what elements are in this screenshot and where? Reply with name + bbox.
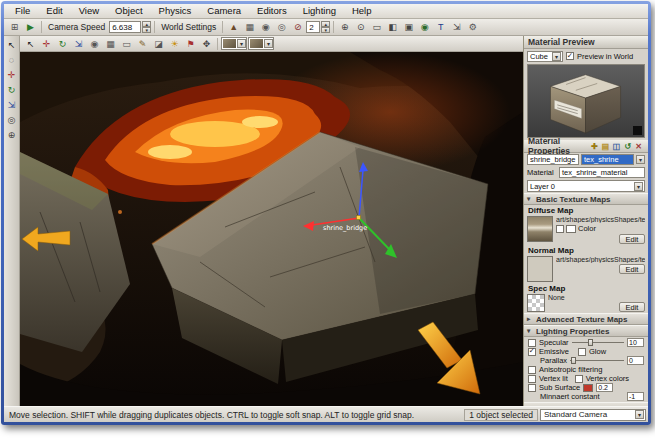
chevron-down-icon[interactable] [635, 410, 644, 419]
minnaert-value-field[interactable]: -1 [627, 392, 644, 401]
zoom-icon[interactable]: ⊕ [5, 128, 19, 142]
gizmo-center-handle[interactable] [357, 216, 361, 220]
material-name-field[interactable]: shrine_bridge [527, 154, 579, 165]
menu-item[interactable]: Lighting [295, 4, 344, 18]
play-icon[interactable]: ▶ [23, 20, 38, 34]
menu-item[interactable]: Edit [38, 4, 70, 18]
bounding-box-icon[interactable]: ▭ [369, 20, 384, 34]
snap-grid-icon[interactable]: ▦ [242, 20, 257, 34]
lasso-icon[interactable]: ◌ [5, 53, 19, 67]
vertex-colors-checkbox[interactable] [575, 375, 583, 383]
rollout-lighting-properties[interactable]: Lighting Properties [524, 325, 648, 337]
glow-checkbox[interactable] [578, 348, 586, 356]
snap-object-icon[interactable]: ◉ [258, 20, 273, 34]
material-preview-canvas[interactable] [527, 64, 645, 138]
camera-select-value: Standard Camera [544, 410, 607, 419]
diffuse-thumbnail[interactable] [527, 216, 553, 242]
reload-material-icon[interactable]: ↺ [622, 141, 633, 152]
anisotropic-checkbox[interactable] [528, 366, 536, 374]
preview-in-world-checkbox[interactable] [566, 52, 574, 60]
paint-tool-icon[interactable]: ✎ [135, 37, 150, 51]
arrow-select-icon[interactable]: ↖ [5, 38, 19, 52]
scale-icon[interactable]: ⇲ [5, 98, 19, 112]
snap-none-icon[interactable]: ⊘ [290, 20, 305, 34]
camera-view-icon[interactable]: ▣ [401, 20, 416, 34]
save-material-icon[interactable]: ◫ [611, 141, 622, 152]
sub-surface-value-field[interactable]: 0.2 [596, 383, 613, 392]
vertex-lit-checkbox[interactable] [528, 375, 536, 383]
diffuse-edit-button[interactable]: Edit [619, 234, 645, 244]
grid-tool-icon[interactable]: ▦ [103, 37, 118, 51]
camera-speed-spinner[interactable] [142, 21, 151, 33]
specular-slider[interactable] [572, 338, 624, 347]
orbit-camera-icon[interactable]: ◎ [5, 113, 19, 127]
normal-thumbnail[interactable] [527, 256, 553, 282]
sub-surface-checkbox[interactable] [528, 384, 536, 392]
open-material-icon[interactable]: ▤ [600, 141, 611, 152]
world-settings-button[interactable]: World Settings [161, 22, 216, 32]
chevron-down-icon[interactable] [634, 182, 643, 191]
move-tool-icon[interactable]: ✛ [39, 37, 54, 51]
spec-thumbnail[interactable] [527, 294, 545, 312]
chevron-down-icon[interactable] [636, 155, 645, 164]
specular-value-field[interactable]: 10 [627, 338, 644, 347]
color-checkbox[interactable] [556, 225, 564, 233]
color-swatch[interactable] [566, 225, 576, 233]
preview-cube [528, 65, 644, 137]
camera-select[interactable]: Standard Camera [540, 409, 646, 421]
visibility-icon[interactable]: ◉ [417, 20, 432, 34]
select-tool-icon[interactable]: ↖ [23, 37, 38, 51]
layer-select[interactable]: Layer 0 [527, 180, 645, 192]
menu-item[interactable]: Editors [249, 4, 295, 18]
chevron-down-icon[interactable] [264, 39, 273, 48]
viewport-material-combo-2[interactable] [248, 37, 274, 50]
snap-size-spinner[interactable] [321, 21, 330, 33]
material-tex-field[interactable]: tex_shrine [581, 154, 634, 165]
settings-gear-icon[interactable]: ⚙ [465, 20, 480, 34]
fit-view-icon[interactable]: ⇲ [449, 20, 464, 34]
normal-edit-button[interactable]: Edit [619, 264, 645, 274]
snap-tool-icon[interactable]: ◉ [87, 37, 102, 51]
editors-grid-icon[interactable]: ⊞ [7, 20, 22, 34]
flag-tool-icon[interactable]: ⚑ [183, 37, 198, 51]
render-mode-icon[interactable]: ◧ [385, 20, 400, 34]
eraser-tool-icon[interactable]: ◪ [151, 37, 166, 51]
local-axis-icon[interactable]: ⊙ [353, 20, 368, 34]
preview-shape-select[interactable]: Cube [527, 51, 563, 62]
rotate-icon[interactable]: ↻ [5, 83, 19, 97]
delete-material-icon[interactable]: ✕ [633, 141, 644, 152]
menu-item[interactable]: File [7, 4, 38, 18]
world-axis-icon[interactable]: ⊕ [337, 20, 352, 34]
material-properties-header: Material Properties ✚▤◫↺✕ [524, 140, 648, 153]
menu-item[interactable]: Object [107, 4, 150, 18]
measure-tool-icon[interactable]: ▭ [119, 37, 134, 51]
rollout-basic-texture-maps[interactable]: Basic Texture Maps [524, 193, 648, 205]
camera-speed-field[interactable]: 6.638 [109, 21, 141, 33]
pan-tool-icon[interactable]: ✥ [199, 37, 214, 51]
new-material-icon[interactable]: ✚ [589, 141, 600, 152]
snap-soft-icon[interactable]: ◎ [274, 20, 289, 34]
parallax-value-field[interactable]: 0 [627, 356, 644, 365]
sun-tool-icon[interactable]: ☀ [167, 37, 182, 51]
chevron-down-icon[interactable] [237, 39, 246, 48]
3d-viewport[interactable]: shrine_bridge [20, 52, 523, 406]
spec-edit-button[interactable]: Edit [619, 302, 645, 312]
parallax-slider[interactable] [570, 356, 624, 365]
sub-surface-color-swatch[interactable] [583, 384, 593, 392]
rollout-advanced-texture-maps[interactable]: Advanced Texture Maps [524, 313, 648, 325]
scale-tool-icon[interactable]: ⇲ [71, 37, 86, 51]
text-tool-icon[interactable]: T [433, 20, 448, 34]
rotate-tool-icon[interactable]: ↻ [55, 37, 70, 51]
emissive-checkbox[interactable] [528, 348, 536, 356]
viewport-material-combo-1[interactable] [221, 37, 247, 50]
chevron-down-icon[interactable] [552, 52, 561, 61]
menu-item[interactable]: View [71, 4, 107, 18]
menu-item[interactable]: Help [344, 4, 380, 18]
menu-item[interactable]: Camera [199, 4, 249, 18]
material-field[interactable]: tex_shrine_material [559, 167, 645, 178]
camera-speed-label: Camera Speed [48, 22, 105, 32]
move-icon[interactable]: ✛ [5, 68, 19, 82]
snap-terrain-icon[interactable]: ▲ [226, 20, 241, 34]
snap-size-field[interactable]: 2 [306, 21, 320, 33]
menu-item[interactable]: Physics [151, 4, 200, 18]
